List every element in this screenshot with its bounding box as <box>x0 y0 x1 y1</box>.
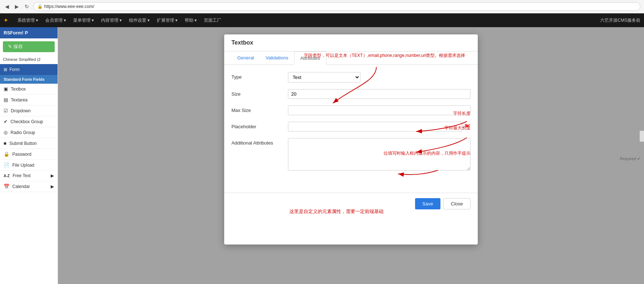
modal-tabs: General Validations Attributes <box>224 51 478 65</box>
placeholder-row: Placeholder 🚩 <box>231 122 471 131</box>
sidebar-item-dropdown[interactable]: ☑ Dropdown <box>0 105 58 116</box>
modal-overlay: Textbox General Validations Attributes T… <box>58 27 644 284</box>
cms-logo: ✦ <box>4 17 8 23</box>
placeholder-control: 🚩 <box>288 122 471 131</box>
nav-content-management[interactable]: 内容管理▾ <box>97 13 125 27</box>
sidebar: RSForm! P ✎ 保存 Chinese Simplified (2 ⊞ F… <box>0 27 58 284</box>
textarea-icon: ▤ <box>4 97 8 103</box>
refresh-button[interactable]: ↻ <box>23 3 30 10</box>
max-size-row: Max Size <box>231 105 471 115</box>
top-nav-right-text: 六艺开源CMS服务前 <box>600 17 640 24</box>
nav-page-factory[interactable]: 页面工厂 <box>200 13 225 27</box>
free-text-icon: A-Z <box>4 174 10 178</box>
size-control <box>288 89 471 99</box>
additional-attributes-textarea[interactable] <box>288 138 471 171</box>
lock-icon: 🔒 <box>37 4 43 9</box>
type-control: Text email phone range number url <box>288 72 471 83</box>
required-text: Required ✔ <box>620 156 640 161</box>
url-bar[interactable]: 🔒 https://www.eee-eee.com/ <box>33 2 640 11</box>
save-button[interactable]: ✎ 保存 <box>3 41 55 52</box>
sidebar-item-file-upload[interactable]: 📄 File Upload <box>0 160 58 171</box>
sidebar-brand: RSForm! P <box>0 27 58 38</box>
max-size-label: Max Size <box>231 105 282 113</box>
flag-icon: 🚩 <box>464 124 471 130</box>
sidebar-item-free-text[interactable]: A-Z Free Text ▶ <box>0 171 58 181</box>
standard-form-fields-label: Standard Form Fields <box>0 75 58 84</box>
submit-icon: ■ <box>4 141 7 146</box>
modal-title: Textbox <box>224 34 478 51</box>
max-size-control <box>288 105 471 115</box>
modal-save-button[interactable]: Save <box>415 198 440 209</box>
password-icon: 🔒 <box>4 151 9 157</box>
forward-button[interactable]: ▶ <box>13 3 20 10</box>
free-text-arrow: ▶ <box>51 173 54 178</box>
nav-component-settings[interactable]: 组件设置▾ <box>125 13 153 27</box>
type-select[interactable]: Text email phone range number url <box>288 72 360 83</box>
max-size-input[interactable] <box>288 105 471 115</box>
sidebar-item-textbox[interactable]: ▣ Textbox <box>0 84 58 95</box>
main-area: RSForm! P ✎ 保存 Chinese Simplified (2 ⊞ F… <box>0 27 644 284</box>
calendar-icon: 📅 <box>4 184 9 189</box>
tab-attributes[interactable]: Attributes <box>294 51 326 65</box>
back-button[interactable]: ◀ <box>4 3 11 10</box>
additional-attributes-control <box>288 138 471 172</box>
nav-member-management[interactable]: 会员管理▾ <box>42 13 70 27</box>
placeholder-input[interactable] <box>288 122 462 131</box>
additional-attributes-row: Additional Attributes <box>231 138 471 172</box>
modal-dialog: Textbox General Validations Attributes T… <box>224 34 478 245</box>
modal-footer: Save Close <box>224 193 478 214</box>
top-nav: ✦ 系统管理▾ 会员管理▾ 菜单管理▾ 内容管理▾ 组件设置▾ 扩展管理▾ 帮助… <box>0 13 644 27</box>
file-upload-icon: 📄 <box>4 162 9 168</box>
tab-validations[interactable]: Validations <box>260 51 294 65</box>
tab-general[interactable]: General <box>231 51 260 65</box>
textbox-icon: ▣ <box>4 86 8 92</box>
scroll-indicator <box>640 131 644 142</box>
nav-extensions[interactable]: 扩展管理▾ <box>153 13 181 27</box>
modal-body: Type Text email phone range number url <box>224 65 478 185</box>
additional-attributes-label: Additional Attributes <box>231 138 282 146</box>
sidebar-item-password[interactable]: 🔒 Password <box>0 149 58 160</box>
sidebar-item-radio-group[interactable]: ◎ Radio Group <box>0 127 58 138</box>
sidebar-item-checkbox-group[interactable]: ✔ Checkbox Group <box>0 116 58 127</box>
dropdown-icon: ☑ <box>4 108 8 113</box>
placeholder-label: Placeholder <box>231 122 282 129</box>
form-grid-icon: ⊞ <box>4 67 7 72</box>
type-label: Type <box>231 72 282 80</box>
sidebar-item-calendar[interactable]: 📅 Calendar ▶ <box>0 181 58 192</box>
size-row: Size <box>231 89 471 99</box>
form-fields-header: ⊞ Form <box>0 64 58 75</box>
nav-menu-management[interactable]: 菜单管理▾ <box>70 13 97 27</box>
size-input[interactable] <box>288 89 471 99</box>
browser-bar: ◀ ▶ ↻ 🔒 https://www.eee-eee.com/ <box>0 0 644 13</box>
sidebar-item-textarea[interactable]: ▤ Textarea <box>0 95 58 105</box>
calendar-arrow: ▶ <box>51 184 54 189</box>
checkbox-icon: ✔ <box>4 119 8 124</box>
modal-close-button[interactable]: Close <box>443 198 471 209</box>
radio-icon: ◎ <box>4 130 8 135</box>
url-text: https://www.eee-eee.com/ <box>44 4 94 9</box>
type-row: Type Text email phone range number url <box>231 72 471 83</box>
sidebar-item-submit-button[interactable]: ■ Submit Button <box>0 138 58 149</box>
content-area: Textbox General Validations Attributes T… <box>58 27 644 284</box>
nav-help[interactable]: 帮助▾ <box>181 13 200 27</box>
language-selector[interactable]: Chinese Simplified (2 <box>0 55 58 64</box>
nav-system-management[interactable]: 系统管理▾ <box>14 13 42 27</box>
size-label: Size <box>231 89 282 97</box>
